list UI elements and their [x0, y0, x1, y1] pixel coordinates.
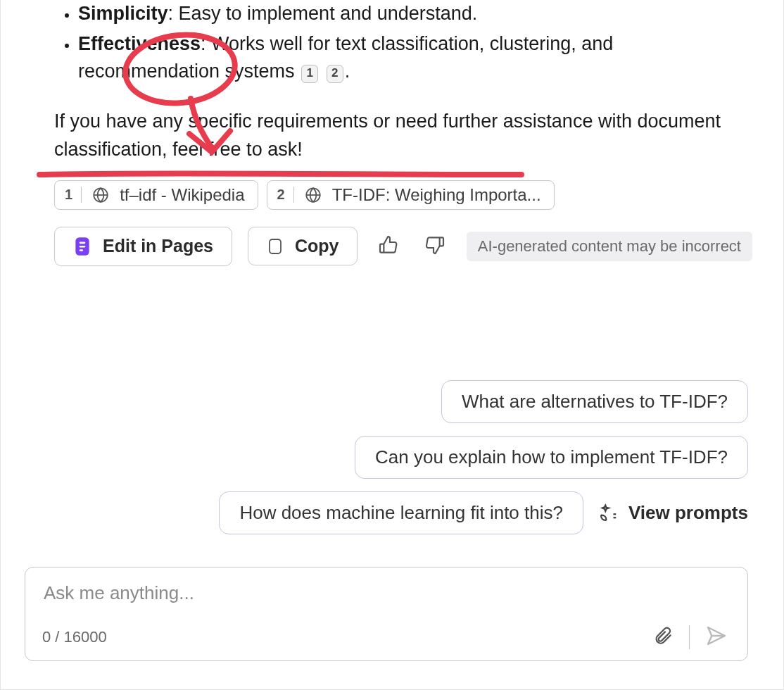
char-count: 0 / 16000: [42, 628, 107, 646]
chat-view: Simplicity: Easy to implement and unders…: [0, 0, 784, 690]
thumbs-up-button[interactable]: [373, 230, 404, 263]
action-bar: Edit in Pages Copy: [1, 210, 783, 266]
bullet-title: Simplicity: [78, 3, 168, 24]
thumbs-down-button[interactable]: [419, 230, 450, 263]
source-chip[interactable]: 1 tf–idf - Wikipedia: [54, 180, 258, 210]
divider: [689, 625, 690, 649]
paperclip-icon: [652, 625, 674, 648]
bullet-item: Effectiveness: Works well for text class…: [78, 30, 755, 85]
thumbs-up-icon: [377, 234, 400, 258]
svg-rect-3: [80, 242, 86, 244]
ai-disclaimer: AI-generated content may be incorrect: [467, 232, 752, 261]
copy-button[interactable]: Copy: [248, 227, 358, 265]
source-label: tf–idf - Wikipedia: [120, 185, 244, 205]
send-button[interactable]: [702, 622, 731, 652]
svg-rect-5: [80, 249, 83, 251]
bullet-list: Simplicity: Easy to implement and unders…: [1, 0, 783, 85]
suggestion-row: How does machine learning fit into this?…: [219, 491, 748, 534]
svg-rect-6: [270, 239, 281, 253]
suggested-prompts: What are alternatives to TF-IDF? Can you…: [219, 380, 748, 534]
input-icon-row: [650, 622, 731, 652]
input-footer: 0 / 16000: [42, 622, 731, 652]
bullet-item: Simplicity: Easy to implement and unders…: [78, 0, 755, 27]
bullet-body: : Easy to implement and understand.: [168, 3, 478, 24]
svg-rect-4: [80, 246, 86, 248]
sparkle-icon: [598, 503, 619, 524]
source-list: 1 tf–idf - Wikipedia 2: [1, 163, 783, 210]
bullet-title: Effectiveness: [78, 33, 201, 54]
prompt-input-container: 0 / 16000: [25, 567, 748, 661]
pages-icon: [73, 236, 91, 257]
view-prompts-button[interactable]: View prompts: [598, 502, 748, 524]
edit-label: Edit in Pages: [103, 236, 213, 256]
attach-button[interactable]: [650, 622, 676, 651]
closing-paragraph: If you have any specific requirements or…: [1, 88, 783, 163]
bullet-trailing: .: [345, 61, 350, 82]
suggestion-pill[interactable]: How does machine learning fit into this?: [219, 491, 583, 534]
source-label: TF-IDF: Weighing Importa...: [332, 185, 541, 205]
thumbs-down-icon: [424, 234, 446, 258]
send-icon: [705, 625, 728, 649]
suggestion-pill[interactable]: Can you explain how to implement TF-IDF?: [355, 436, 748, 479]
edit-in-pages-button[interactable]: Edit in Pages: [54, 227, 232, 266]
citation-badge[interactable]: 1: [301, 65, 318, 83]
citation-badge[interactable]: 2: [327, 65, 343, 83]
source-chip[interactable]: 2 TF-IDF: Weighing Importa...: [267, 180, 555, 210]
copy-icon: [267, 237, 284, 256]
source-number: 2: [277, 187, 294, 203]
globe-icon: [304, 186, 322, 204]
source-number: 1: [65, 187, 82, 203]
copy-label: Copy: [295, 236, 339, 256]
globe-icon: [91, 186, 110, 204]
prompt-input[interactable]: [42, 582, 731, 605]
suggestion-pill[interactable]: What are alternatives to TF-IDF?: [441, 380, 748, 423]
view-prompts-label: View prompts: [628, 502, 748, 524]
